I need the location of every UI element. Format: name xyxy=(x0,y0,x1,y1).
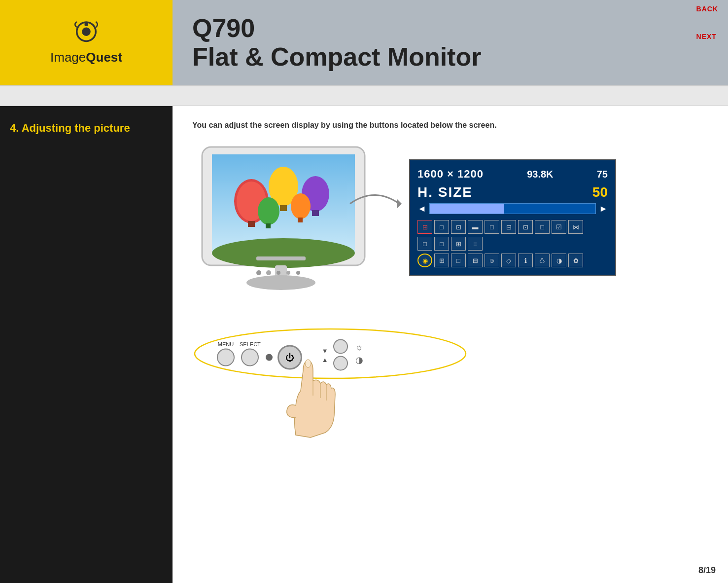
osd-icon-b5: ◇ xyxy=(501,254,516,267)
osd-icon-signal: ⋈ xyxy=(568,220,583,234)
osd-frequency: 93.8K xyxy=(527,169,553,180)
logo-icon xyxy=(69,20,104,47)
logo-text: ImageQuest xyxy=(50,20,122,65)
svg-rect-2 xyxy=(84,22,88,26)
hand-svg xyxy=(271,351,340,440)
main-content: You can adjust the screen display by usi… xyxy=(173,106,728,583)
osd-icons-row1: ⊞ □ ⊡ ▬ □ ⊟ ⊡ □ ☑ ⋈ xyxy=(417,220,608,234)
svg-rect-16 xyxy=(266,223,271,228)
brightness-icon: ☼ xyxy=(355,342,364,353)
header: ImageQuest Q790 Flat & Compact Monitor B… xyxy=(0,0,728,86)
hand-cursor xyxy=(271,351,340,442)
monitor-illustration xyxy=(192,142,384,317)
back-button[interactable]: BACK xyxy=(696,5,718,13)
contrast-icon: ◑ xyxy=(355,355,364,365)
osd-icon-7: □ xyxy=(535,220,550,234)
svg-rect-12 xyxy=(280,205,287,211)
osd-icons-row3: ◉ ⊞ □ ⊟ ☺ ◇ ℹ ♺ ◑ ✿ xyxy=(417,254,608,267)
svg-point-1 xyxy=(82,27,91,36)
osd-icon-5: ⊟ xyxy=(501,220,516,234)
select-label: SELECT xyxy=(240,341,261,347)
content: 4. Adjusting the picture You can adjust … xyxy=(0,106,728,583)
svg-point-22 xyxy=(256,270,261,275)
osd-icon-autocolor: ⊞ xyxy=(417,220,432,234)
page-indicator: 8/19 xyxy=(698,565,716,576)
svg-point-26 xyxy=(296,271,300,275)
osd-icon-r1: □ xyxy=(417,237,432,251)
svg-point-7 xyxy=(212,238,355,268)
svg-marker-27 xyxy=(397,199,402,209)
nav-buttons: BACK NEXT xyxy=(696,5,718,40)
title-area: Q790 Flat & Compact Monitor BACK NEXT xyxy=(173,0,728,85)
osd-panel: 1600 × 1200 93.8K 75 H. SIZE 50 ◄ ► xyxy=(409,159,616,276)
osd-icon-r2: □ xyxy=(434,237,449,251)
svg-point-24 xyxy=(277,271,280,275)
button-row: MENU SELECT ⏻ xyxy=(192,327,708,381)
svg-point-15 xyxy=(258,197,279,225)
separator xyxy=(0,86,728,106)
osd-bar-right-icon: ► xyxy=(599,204,608,214)
osd-bar-fill xyxy=(430,204,504,214)
next-button[interactable]: NEXT xyxy=(696,33,718,40)
svg-point-23 xyxy=(266,270,271,275)
osd-icon-b4: ☺ xyxy=(485,254,499,267)
svg-rect-14 xyxy=(312,210,319,216)
svg-point-21 xyxy=(246,275,315,290)
osd-icons-row2: □ □ ⊞ ≡ xyxy=(417,237,608,251)
osd-hsize-value: 50 xyxy=(592,184,608,200)
osd-icon-2: ⊡ xyxy=(451,220,466,234)
osd-icon-b9: ✿ xyxy=(568,254,583,267)
menu-button[interactable] xyxy=(217,349,235,366)
osd-label-row: H. SIZE 50 xyxy=(417,184,608,200)
osd-icon-check: ☑ xyxy=(552,220,566,234)
osd-icon-4: □ xyxy=(485,220,499,234)
osd-hz: 75 xyxy=(597,169,608,180)
osd-arrow xyxy=(345,182,404,226)
svg-point-17 xyxy=(291,193,311,219)
svg-rect-10 xyxy=(248,221,255,227)
svg-point-25 xyxy=(286,271,290,275)
section-title: 4. Adjusting the picture xyxy=(10,121,163,136)
osd-icon-b2: □ xyxy=(451,254,466,267)
osd-bar-row: ◄ ► xyxy=(417,203,608,214)
adjustment-icons: ☼ ◑ xyxy=(355,342,364,365)
product-subtitle: Flat & Compact Monitor xyxy=(192,42,481,71)
osd-icon-b3: ⊟ xyxy=(468,254,483,267)
osd-icon-r4: ≡ xyxy=(468,237,483,251)
osd-icon-1: □ xyxy=(434,220,449,234)
osd-icon-3: ▬ xyxy=(468,220,483,234)
sidebar: 4. Adjusting the picture xyxy=(0,106,173,583)
select-button-group: SELECT xyxy=(240,341,261,366)
osd-top-row: 1600 × 1200 93.8K 75 xyxy=(417,168,608,181)
monitor-svg xyxy=(192,142,384,315)
product-model: Q790 xyxy=(192,14,255,42)
osd-icon-b7: ♺ xyxy=(535,254,550,267)
menu-button-group: MENU xyxy=(217,341,235,366)
logo-area: ImageQuest xyxy=(0,0,173,85)
svg-rect-19 xyxy=(256,256,306,260)
svg-rect-18 xyxy=(298,218,303,222)
osd-icon-b6: ℹ xyxy=(518,254,533,267)
logo-quest-text: Quest xyxy=(86,50,122,65)
title-text: Q790 Flat & Compact Monitor xyxy=(192,14,481,71)
osd-icon-b1: ⊞ xyxy=(434,254,449,267)
osd-icon-lang: ◉ xyxy=(417,254,432,267)
osd-bar-left-icon: ◄ xyxy=(417,204,426,214)
osd-bar xyxy=(429,203,596,214)
osd-icon-6: ⊡ xyxy=(518,220,533,234)
page-title: Q790 Flat & Compact Monitor xyxy=(192,14,481,71)
osd-icon-b8: ◑ xyxy=(552,254,566,267)
svg-point-32 xyxy=(305,360,311,367)
instruction-text: You can adjust the screen display by usi… xyxy=(192,121,708,130)
logo-brand: ImageQuest xyxy=(50,50,122,65)
select-button[interactable] xyxy=(241,349,259,366)
osd-hsize-label: H. SIZE xyxy=(417,184,473,200)
button-panel: MENU SELECT ⏻ xyxy=(192,327,708,381)
osd-icon-r3: ⊞ xyxy=(451,237,466,251)
osd-resolution: 1600 × 1200 xyxy=(417,168,484,181)
menu-label: MENU xyxy=(218,341,234,347)
logo-image-text: Image xyxy=(50,50,86,65)
